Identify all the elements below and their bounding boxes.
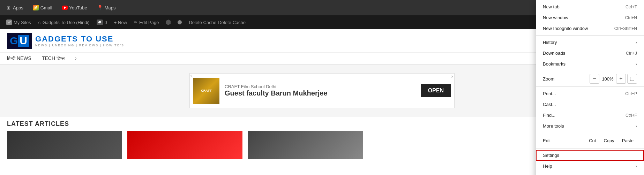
bookmarks-arrow: ›	[636, 62, 637, 67]
fullscreen-button[interactable]	[627, 74, 637, 84]
logo-g: G	[10, 35, 18, 47]
find-label: Find...	[543, 113, 619, 118]
bookmark-gmail[interactable]: M Gmail	[30, 3, 55, 12]
bookmarks-label: Bookmarks	[543, 61, 629, 67]
divider-2	[536, 71, 644, 71]
zoom-minus-button[interactable]: −	[590, 74, 599, 84]
wp-dot[interactable]	[175, 19, 185, 26]
nav-hindi-news[interactable]: हिन्दी NEWS	[7, 55, 31, 61]
wp-my-sites[interactable]: W My Sites	[3, 18, 34, 26]
wp-delete-cache[interactable]: Delete Cache Delete Cache	[186, 18, 248, 26]
menu-exit[interactable]: Exit	[536, 172, 644, 175]
svg-rect-0	[630, 77, 634, 81]
bookmark-youtube-label: YouTube	[69, 5, 87, 10]
menu-new-tab[interactable]: New tab Ctrl+T	[536, 1, 644, 12]
menu-find[interactable]: Find... Ctrl+F	[536, 110, 644, 121]
ad-title: Guest faculty Barun Mukherjee	[225, 89, 416, 97]
menu-new-window[interactable]: New window Ctrl+N	[536, 12, 644, 23]
downloads-label: Downloads	[543, 51, 619, 56]
status-dot-icon	[178, 20, 182, 24]
zoom-plus-button[interactable]: +	[616, 74, 626, 84]
menu-new-incognito[interactable]: New Incognito window Ctrl+Shift+N	[536, 23, 644, 34]
menu-help[interactable]: Help ›	[536, 161, 644, 172]
downloads-shortcut: Ctrl+J	[626, 51, 637, 56]
paste-button[interactable]: Paste	[619, 137, 637, 145]
bookmark-gmail-label: Gmail	[40, 5, 52, 10]
more-tools-arrow: ›	[636, 124, 637, 129]
menu-settings[interactable]: Settings	[536, 150, 644, 161]
wp-new[interactable]: + New	[111, 18, 130, 26]
menu-bookmarks[interactable]: Bookmarks ›	[536, 59, 644, 69]
wp-site-name[interactable]: ⌂ Gadgets To Use (Hindi)	[35, 18, 92, 26]
youtube-icon	[62, 6, 68, 10]
new-incognito-label: New Incognito window	[543, 26, 607, 31]
nav-more-chevron[interactable]: ›	[75, 55, 77, 61]
my-sites-label: My Sites	[14, 20, 31, 25]
more-tools-label: More tools	[543, 123, 629, 129]
menu-more-tools[interactable]: More tools ›	[536, 121, 644, 131]
ad-close-button[interactable]: ×	[451, 74, 454, 79]
cut-button[interactable]: Cut	[585, 137, 599, 145]
edit-label: Edit	[543, 138, 585, 143]
ad-banner: ℹ CRAFT CRAFT Film School Delhi Guest fa…	[189, 73, 455, 108]
new-incognito-shortcut: Ctrl+Shift+N	[614, 26, 637, 31]
divider-5	[536, 148, 644, 149]
article-thumb-1[interactable]	[7, 131, 122, 159]
logo-text: GADGETS TO USE NEWS | UNBOXING | REVIEWS…	[35, 35, 124, 47]
comments-count: 0	[105, 20, 107, 25]
zoom-buttons: − 100% +	[590, 74, 637, 84]
menu-downloads[interactable]: Downloads Ctrl+J	[536, 48, 644, 59]
ad-thumb-text: CRAFT	[201, 89, 212, 92]
menu-history[interactable]: History ›	[536, 37, 644, 48]
bookmark-maps-label: Maps	[105, 5, 116, 10]
pencil-icon: ✏	[134, 20, 137, 25]
shield-icon	[166, 20, 171, 25]
article-thumb-2[interactable]	[127, 131, 242, 159]
site-name-label: Gadgets To Use (Hindi)	[43, 20, 90, 25]
history-label: History	[543, 40, 629, 45]
new-window-shortcut: Ctrl+N	[625, 15, 637, 20]
logo-box: G U	[7, 33, 32, 49]
nav-tech-tips[interactable]: TECH टिप्स	[42, 55, 65, 61]
zoom-value: 100%	[601, 76, 615, 82]
cast-label: Cast...	[543, 102, 637, 107]
ad-open-button[interactable]: OPEN	[421, 84, 451, 97]
gmail-icon: M	[33, 5, 39, 10]
ad-info-label[interactable]: ℹ	[190, 74, 192, 78]
fullscreen-icon	[630, 77, 634, 81]
bookmark-maps[interactable]: 📍 Maps	[94, 3, 119, 12]
apps-icon: ⊞	[6, 5, 11, 10]
gadgets-icon: ⌂	[38, 20, 41, 25]
article-thumb-3[interactable]	[248, 131, 363, 159]
zoom-control: Zoom − 100% +	[536, 73, 644, 85]
delete-cache-text: Delete Cache	[218, 20, 246, 25]
context-menu: New tab Ctrl+T New window Ctrl+N New Inc…	[536, 0, 644, 175]
logo-u: U	[18, 35, 29, 47]
bookmark-youtube[interactable]: YouTube	[59, 4, 90, 12]
print-label: Print...	[543, 91, 618, 96]
new-window-label: New window	[543, 15, 618, 20]
divider-3	[536, 86, 644, 87]
wp-shield[interactable]	[163, 18, 173, 26]
settings-label: Settings	[543, 153, 637, 158]
new-tab-shortcut: Ctrl+T	[626, 5, 637, 9]
zoom-label: Zoom	[543, 76, 554, 82]
edit-actions: Cut Copy Paste	[585, 137, 637, 145]
logo-subtitle: NEWS | UNBOXING | REVIEWS | HOW TO'S	[35, 44, 124, 47]
menu-print[interactable]: Print... Ctrl+P	[536, 88, 644, 99]
ad-school-name: CRAFT Film School Delhi	[225, 84, 416, 89]
find-shortcut: Ctrl+F	[626, 113, 637, 118]
bookmark-apps[interactable]: ⊞ Apps	[3, 3, 26, 12]
ad-thumbnail: CRAFT	[193, 78, 219, 104]
wp-edit-page[interactable]: ✏ Edit Page	[131, 18, 162, 26]
print-shortcut: Ctrl+P	[625, 91, 637, 96]
bookmark-apps-label: Apps	[13, 5, 23, 10]
wp-comments[interactable]: 💬 0	[94, 18, 110, 26]
edit-row: Edit Cut Copy Paste	[536, 135, 644, 147]
copy-button[interactable]: Copy	[600, 137, 617, 145]
ad-content: CRAFT Film School Delhi Guest faculty Ba…	[225, 84, 416, 97]
wp-logo-icon: W	[6, 20, 12, 25]
comment-icon: 💬	[97, 20, 103, 25]
divider-4	[536, 133, 644, 133]
menu-cast[interactable]: Cast...	[536, 99, 644, 110]
